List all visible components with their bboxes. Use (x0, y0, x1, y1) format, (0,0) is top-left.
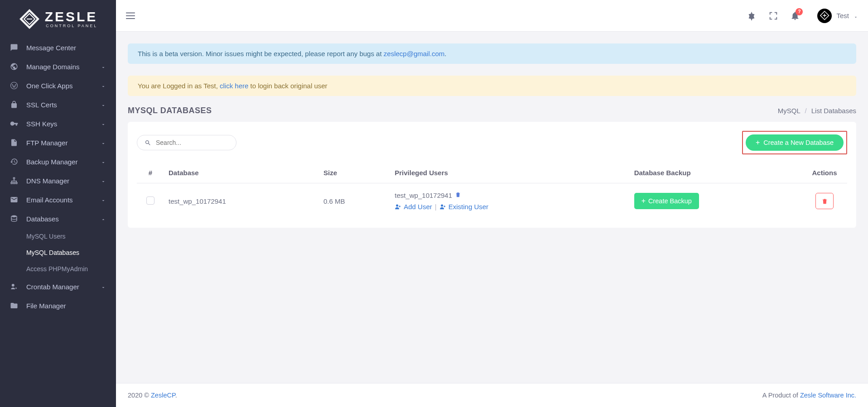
search-input-wrap[interactable] (137, 135, 236, 150)
create-backup-button[interactable]: + Create Backup (634, 193, 699, 209)
sidebar-item-ssh-keys[interactable]: SSH Keys (0, 114, 116, 133)
delete-button[interactable] (815, 193, 834, 209)
wordpress-icon (10, 81, 18, 90)
add-user-link[interactable]: Add User (395, 203, 432, 211)
chevron-down-icon (101, 121, 106, 126)
sidebar: ZESLE CONTROL PANEL Message Center Manag… (0, 0, 116, 407)
alert-beta: This is a beta version. Minor issues mig… (128, 43, 856, 64)
brand-logo[interactable]: ZESLE CONTROL PANEL (0, 0, 116, 38)
chevron-down-icon (101, 102, 106, 107)
sidebar-subitem-mysql-databases[interactable]: MySQL Databases (0, 244, 116, 261)
alert-login: You are Logged in as Test, click here to… (128, 76, 856, 96)
chevron-down-icon (854, 14, 858, 18)
sidebar-subitem-access-phpmyadmin[interactable]: Access PHPMyAdmin (0, 261, 116, 277)
col-actions: Actions (802, 163, 847, 183)
chevron-down-icon (101, 178, 106, 183)
search-input[interactable] (156, 139, 229, 146)
svg-rect-6 (126, 15, 135, 16)
cell-size: 0.6 MB (319, 183, 390, 219)
key-icon (10, 120, 18, 128)
sidebar-item-label: SSH Keys (26, 120, 92, 128)
svg-point-4 (12, 284, 14, 287)
priv-user-name: test_wp_10172941 (395, 192, 452, 199)
col-database: Database (164, 163, 319, 183)
sidebar-item-manage-domains[interactable]: Manage Domains (0, 57, 116, 76)
sidebar-item-ssl-certs[interactable]: SSL Certs (0, 95, 116, 114)
sidebar-item-databases[interactable]: Databases (0, 209, 116, 228)
sidebar-item-file-manager[interactable]: File Manager (0, 296, 116, 315)
file-icon (10, 139, 18, 147)
chevron-down-icon (101, 159, 106, 164)
databases-card: + Create a New Database # Database Size … (128, 122, 856, 228)
avatar (817, 9, 832, 23)
email-icon (10, 196, 18, 204)
sidebar-item-label: FTP Manager (26, 139, 92, 147)
breadcrumb: MySQL / List Databases (778, 107, 856, 115)
notification-badge: ? (796, 8, 803, 15)
fullscreen-icon[interactable] (768, 11, 778, 21)
sidebar-item-one-click-apps[interactable]: One Click Apps (0, 76, 116, 95)
lock-icon (10, 101, 18, 109)
bell-icon[interactable]: ? (790, 11, 800, 21)
sidebar-item-label: Crontab Manager (26, 283, 92, 291)
footer-brand-link[interactable]: ZesleCP (151, 392, 175, 399)
breadcrumb-root[interactable]: MySQL (778, 107, 800, 115)
menu-toggle-icon[interactable] (126, 12, 135, 19)
table-row: test_wp_10172941 0.6 MB test_wp_10172941 (137, 183, 847, 219)
svg-point-8 (396, 205, 398, 207)
sidebar-item-backup-manager[interactable]: Backup Manager (0, 152, 116, 171)
user-menu[interactable]: Test (817, 9, 858, 23)
user-name: Test (836, 12, 849, 19)
sidebar-item-label: Backup Manager (26, 158, 92, 166)
col-backup: Database Backup (630, 163, 802, 183)
chevron-down-icon (101, 64, 106, 69)
remove-user-icon[interactable] (455, 192, 461, 199)
leaf-icon[interactable] (747, 11, 757, 21)
create-database-button[interactable]: + Create a New Database (746, 134, 844, 151)
footer-company-link[interactable]: Zesle Software Inc. (800, 392, 856, 399)
cell-database: test_wp_10172941 (164, 183, 319, 219)
row-checkbox[interactable] (146, 196, 154, 205)
sidebar-subitem-mysql-users[interactable]: MySQL Users (0, 228, 116, 244)
login-back-link[interactable]: click here (220, 82, 248, 90)
logo-icon (19, 8, 40, 30)
plus-icon: + (756, 139, 760, 146)
highlight-box: + Create a New Database (742, 131, 847, 154)
chevron-down-icon (101, 140, 106, 145)
sidebar-item-label: Message Center (26, 44, 106, 52)
brand-subtitle: CONTROL PANEL (45, 24, 98, 28)
sidebar-item-email-accounts[interactable]: Email Accounts (0, 190, 116, 209)
page-title: MYSQL DATABASES (128, 106, 212, 115)
sidebar-item-ftp-manager[interactable]: FTP Manager (0, 133, 116, 152)
sidebar-item-dns-manager[interactable]: DNS Manager (0, 171, 116, 190)
chat-icon (10, 43, 18, 52)
folder-icon (10, 302, 18, 310)
col-size: Size (319, 163, 390, 183)
sidebar-item-label: One Click Apps (26, 82, 92, 90)
svg-rect-5 (126, 12, 135, 13)
existing-user-link[interactable]: Existing User (439, 203, 488, 211)
chevron-up-icon (101, 216, 106, 221)
col-users: Privileged Users (390, 163, 629, 183)
breadcrumb-current: List Databases (811, 107, 856, 115)
sidebar-item-label: Email Accounts (26, 196, 92, 204)
sidebar-nav: Message Center Manage Domains One Click … (0, 38, 116, 315)
sidebar-subnav-databases: MySQL Users MySQL Databases Access PHPMy… (0, 228, 116, 277)
globe-icon (10, 62, 18, 71)
svg-rect-7 (126, 18, 135, 19)
sidebar-item-label: SSL Certs (26, 101, 92, 109)
sidebar-item-crontab-manager[interactable]: Crontab Manager (0, 277, 116, 296)
sidebar-item-label: File Manager (26, 302, 106, 310)
footer: 2020 © ZesleCP. A Product of Zesle Softw… (116, 383, 868, 407)
trash-icon (821, 198, 828, 205)
user-plus-icon (439, 203, 446, 210)
chevron-down-icon (101, 284, 106, 289)
chevron-down-icon (101, 83, 106, 88)
sidebar-item-message-center[interactable]: Message Center (0, 38, 116, 57)
beta-email-link[interactable]: zeslecp@gmail.com (384, 50, 444, 57)
sidebar-item-label: Manage Domains (26, 63, 92, 71)
history-icon (10, 158, 18, 166)
col-hash: # (137, 163, 164, 183)
user-gear-icon (10, 283, 18, 291)
plus-icon: + (641, 197, 646, 205)
